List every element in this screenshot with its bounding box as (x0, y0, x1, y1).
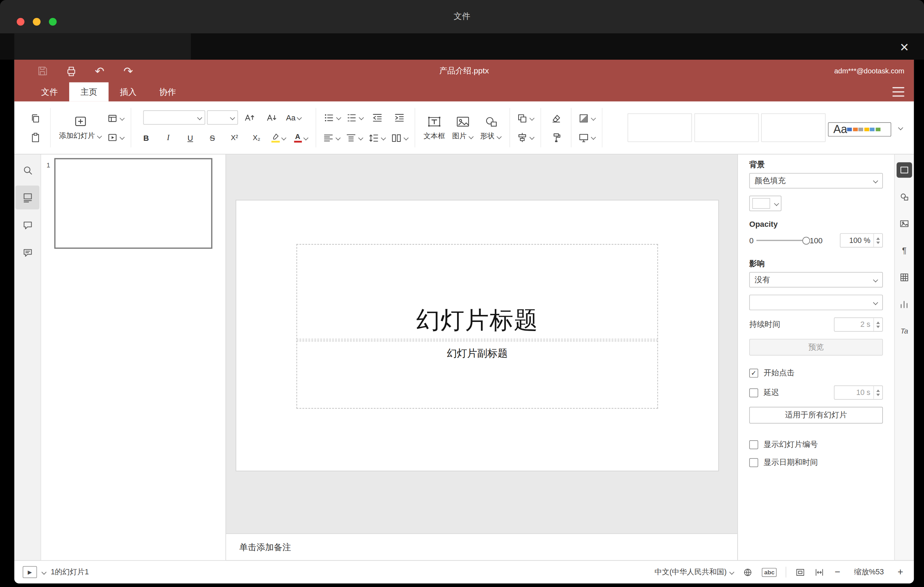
columns-button[interactable] (389, 130, 410, 145)
effect-type-select[interactable] (749, 295, 883, 310)
spinner-arrows[interactable] (873, 386, 882, 399)
zoom-in-button[interactable]: + (896, 567, 904, 577)
start-preview-button[interactable]: ▶ (23, 566, 37, 578)
vertical-align-button[interactable] (344, 130, 365, 145)
strikethrough-button[interactable]: S (202, 130, 223, 145)
slider-knob[interactable] (802, 237, 810, 244)
paragraph-settings-tab[interactable]: ¶ (897, 243, 912, 258)
theme-gallery-expand-button[interactable] (893, 114, 906, 142)
background-color-picker[interactable] (749, 196, 782, 211)
slide-settings-tab[interactable] (897, 162, 912, 178)
theme-option-selected[interactable]: Aa (828, 122, 891, 136)
theme-option-1[interactable] (628, 114, 692, 142)
increase-indent-button[interactable] (389, 110, 409, 125)
tab-collaboration[interactable]: 协作 (148, 82, 187, 101)
numbering-button[interactable] (344, 110, 365, 125)
delay-input[interactable]: 10 s (834, 386, 883, 400)
chat-button[interactable] (15, 241, 39, 264)
comments-button[interactable] (15, 213, 39, 237)
font-size-select[interactable] (207, 110, 238, 125)
subscript-button[interactable]: X₂ (246, 130, 267, 145)
checkbox-unchecked[interactable] (749, 388, 758, 397)
clear-style-button[interactable] (546, 110, 566, 126)
slide-thumbnail-1[interactable] (54, 158, 213, 249)
insert-image-button[interactable]: 图片 (449, 109, 477, 146)
start-on-click-checkbox[interactable]: ✓ 开始点击 (749, 368, 883, 378)
image-settings-tab[interactable] (897, 216, 912, 231)
underline-button[interactable]: U (180, 130, 200, 145)
checkbox-checked[interactable]: ✓ (749, 368, 758, 377)
text-art-settings-tab[interactable]: Ta (897, 323, 912, 339)
checkbox-unchecked[interactable] (749, 440, 758, 448)
spell-check-button[interactable]: abc (762, 568, 777, 577)
copy-button[interactable] (25, 110, 45, 126)
close-icon[interactable]: ✕ (895, 38, 913, 56)
slide-canvas[interactable]: 幻灯片标题 幻灯片副标题 (236, 201, 718, 471)
change-case-button[interactable]: Aa (284, 110, 304, 125)
chevron-down-icon[interactable] (42, 570, 46, 574)
checkbox-unchecked[interactable] (749, 458, 758, 467)
horizontal-align-button[interactable] (321, 130, 342, 145)
paste-button[interactable] (25, 130, 45, 145)
font-color-button[interactable]: A (291, 130, 311, 145)
delay-checkbox[interactable]: 延迟 (749, 387, 779, 398)
slide-size-button[interactable] (576, 130, 597, 145)
slide-canvas-area[interactable]: 幻灯片标题 幻灯片副标题 (226, 155, 737, 533)
background-fill-select[interactable]: 颜色填充 (749, 173, 883, 188)
title-placeholder[interactable]: 幻灯片标题 (297, 244, 658, 340)
tab-insert[interactable]: 插入 (109, 82, 148, 101)
font-name-select[interactable] (143, 110, 205, 125)
theme-option-2[interactable] (695, 114, 759, 142)
zoom-out-button[interactable]: − (833, 567, 842, 577)
highlight-color-button[interactable] (269, 130, 289, 145)
spinner-arrows[interactable] (873, 318, 882, 331)
notes-area[interactable]: 单击添加备注 (226, 533, 737, 560)
arrange-shape-button[interactable] (515, 110, 535, 126)
theme-option-3[interactable] (761, 114, 826, 142)
table-settings-tab[interactable] (897, 270, 912, 285)
align-shape-button[interactable] (515, 130, 535, 145)
slides-panel-button[interactable] (15, 185, 39, 209)
copy-style-button[interactable] (546, 130, 566, 145)
decrease-font-button[interactable] (262, 110, 282, 125)
start-slideshow-button[interactable] (105, 130, 126, 145)
tab-file[interactable]: 文件 (30, 82, 69, 101)
fit-to-width-button[interactable] (815, 567, 825, 577)
opacity-slider[interactable] (757, 240, 807, 241)
superscript-button[interactable]: X² (224, 130, 245, 145)
subtitle-placeholder[interactable]: 幻灯片副标题 (297, 341, 658, 409)
menu-icon[interactable] (893, 87, 904, 97)
redo-icon[interactable]: ↷ (122, 64, 135, 77)
spinner-arrows[interactable] (873, 234, 882, 247)
fit-to-slide-button[interactable] (795, 567, 806, 577)
chart-settings-tab[interactable] (897, 297, 912, 312)
add-slide-button[interactable]: 添加幻灯片 (56, 109, 105, 146)
apply-to-all-slides-button[interactable]: 适用于所有幻灯片 (749, 407, 883, 424)
increase-font-button[interactable] (239, 110, 260, 125)
save-icon[interactable] (36, 64, 49, 77)
show-date-time-checkbox[interactable]: 显示日期和时间 (749, 457, 883, 468)
undo-icon[interactable]: ↶ (93, 64, 106, 77)
opacity-input[interactable]: 100 % (840, 233, 883, 247)
line-spacing-button[interactable] (366, 130, 387, 145)
bullets-button[interactable] (322, 110, 342, 125)
slide-layout-button[interactable] (105, 110, 126, 126)
shape-settings-tab[interactable] (897, 189, 912, 204)
highlight-icon (271, 133, 280, 143)
text-box-button[interactable]: 文本框 (420, 109, 449, 146)
insert-shape-button[interactable]: 形状 (477, 109, 505, 146)
show-slide-number-checkbox[interactable]: 显示幻灯片编号 (749, 439, 883, 450)
italic-button[interactable]: I (158, 130, 178, 145)
language-selector[interactable]: 中文(中华人民共和国) (654, 567, 734, 577)
effect-select[interactable]: 没有 (749, 272, 883, 287)
set-language-button[interactable] (743, 567, 753, 577)
search-button[interactable] (15, 158, 39, 182)
presentation-editor: ↶ ↷ 产品介绍.pptx adm***@dootask.com 文件 主页 插… (15, 60, 914, 584)
duration-input[interactable]: 2 s (834, 317, 883, 332)
decrease-indent-button[interactable] (367, 110, 387, 125)
tab-home[interactable]: 主页 (69, 82, 109, 101)
bold-button[interactable]: B (136, 130, 156, 145)
print-icon[interactable] (64, 64, 78, 77)
color-scheme-button[interactable] (576, 110, 597, 126)
preview-button[interactable]: 预览 (749, 339, 883, 356)
